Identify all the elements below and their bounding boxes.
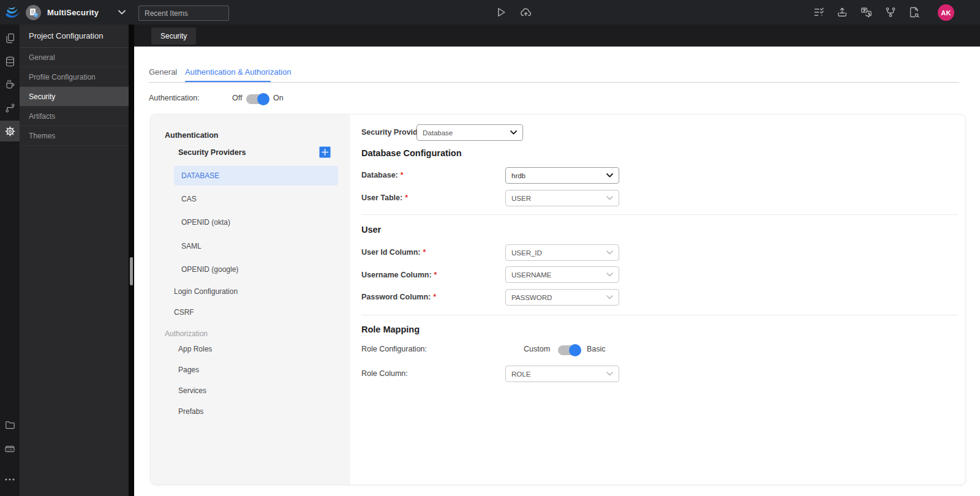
changelog-checklist-icon[interactable] xyxy=(812,5,826,20)
panel-scrollbar-thumb[interactable] xyxy=(130,257,133,285)
tree-item-pages[interactable]: Pages xyxy=(178,366,199,374)
toggle-knob xyxy=(569,344,581,356)
user-avatar[interactable]: AK xyxy=(938,4,954,21)
tree-section-authentication: Authentication xyxy=(165,131,219,140)
chevron-down-icon xyxy=(606,173,613,178)
chevron-down-icon xyxy=(606,295,613,299)
chevron-down-icon xyxy=(606,272,613,277)
project-configuration-panel: Project Configuration General Profile Co… xyxy=(20,24,129,496)
panel-scrollbar-track xyxy=(129,24,134,496)
required-asterisk: * xyxy=(423,248,426,257)
version-branch-icon[interactable] xyxy=(883,5,898,20)
java-services-icon[interactable] xyxy=(0,73,20,94)
app-logs-icon[interactable]: LOG xyxy=(0,438,20,459)
required-asterisk: * xyxy=(405,194,408,202)
deploy-cloud-upload-icon[interactable] xyxy=(518,5,533,20)
file-preview-icon[interactable] xyxy=(907,5,921,20)
tree-item-app-roles[interactable]: App Roles xyxy=(178,345,212,353)
sidebar-item-general[interactable]: General xyxy=(20,48,129,67)
chevron-down-icon xyxy=(606,196,613,200)
security-provider-select[interactable]: Database xyxy=(417,124,523,141)
section-divider xyxy=(361,214,958,215)
export-icon[interactable] xyxy=(835,5,850,20)
sidebar-item-themes[interactable]: Themes xyxy=(20,126,129,146)
security-provider-label: Security Provider xyxy=(361,128,425,137)
main-content: General Authentication & Authorization A… xyxy=(134,47,980,496)
authentication-toggle[interactable] xyxy=(246,94,268,104)
role-mapping-heading: Role Mapping xyxy=(361,325,420,334)
database-configuration-heading: Database Configuration xyxy=(361,148,462,158)
tree-item-login-configuration[interactable]: Login Configuration xyxy=(174,287,238,296)
required-asterisk: * xyxy=(434,271,437,279)
tabs-divider xyxy=(149,82,959,83)
role-configuration-toggle[interactable] xyxy=(558,345,580,355)
role-column-select[interactable]: ROLE xyxy=(505,366,619,382)
file-explorer-folder-icon[interactable] xyxy=(0,415,20,435)
run-preview-icon[interactable] xyxy=(494,5,508,20)
settings-gear-icon[interactable] xyxy=(0,121,20,141)
chevron-down-icon xyxy=(606,250,613,255)
sidebar-item-artifacts[interactable]: Artifacts xyxy=(20,107,129,126)
provider-item-openid-google[interactable]: OPENID (google) xyxy=(181,265,238,274)
wavemaker-logo-icon xyxy=(4,4,21,21)
required-asterisk: * xyxy=(433,293,436,301)
username-column-label: Username Column:* xyxy=(361,271,437,279)
tree-section-authorization: Authorization xyxy=(165,329,208,338)
tree-item-csrf[interactable]: CSRF xyxy=(174,308,194,317)
toggle-off-label: Off xyxy=(232,94,242,102)
top-bar: MultiSecurity xyxy=(0,0,980,24)
chevron-down-icon xyxy=(606,372,613,376)
panel-title: Project Configuration xyxy=(20,24,129,48)
tree-item-services[interactable]: Services xyxy=(178,386,206,395)
sidebar-item-security[interactable]: Security xyxy=(20,87,129,107)
role-toggle-custom-label: Custom xyxy=(524,345,550,353)
role-toggle-basic-label: Basic xyxy=(587,345,606,353)
password-column-select[interactable]: PASSWORD xyxy=(505,289,619,306)
add-provider-button[interactable] xyxy=(319,146,331,158)
security-config-card: Authentication Security Providers DATABA… xyxy=(150,114,966,485)
tree-item-security-providers[interactable]: Security Providers xyxy=(178,148,246,157)
role-configuration-label: Role Configuration: xyxy=(361,345,427,353)
user-table-select[interactable]: USER xyxy=(505,190,619,206)
more-options-icon[interactable] xyxy=(0,469,20,490)
provider-item-openid-okta[interactable]: OPENID (okta) xyxy=(181,218,230,227)
toggle-knob xyxy=(257,93,270,105)
database-select[interactable]: hrdb xyxy=(505,167,619,184)
chevron-down-icon[interactable] xyxy=(118,10,126,15)
section-divider xyxy=(361,315,958,315)
project-icon[interactable] xyxy=(26,5,41,20)
user-id-column-label: User Id Column:* xyxy=(361,248,426,257)
required-asterisk: * xyxy=(401,171,404,179)
user-id-column-select[interactable]: USER_ID xyxy=(505,244,619,261)
provider-item-cas[interactable]: CAS xyxy=(181,195,197,203)
left-icon-rail: LOG xyxy=(0,24,20,496)
chevron-down-icon xyxy=(510,130,517,135)
role-column-label: Role Column: xyxy=(361,369,408,378)
database-label: Database:* xyxy=(361,171,403,179)
provider-item-saml[interactable]: SAML xyxy=(181,242,202,250)
tree-item-prefabs[interactable]: Prefabs xyxy=(178,407,203,416)
pages-icon[interactable] xyxy=(0,28,20,48)
password-column-label: Password Column:* xyxy=(361,293,436,301)
tab-authentication-authorization[interactable]: Authentication & Authorization xyxy=(185,67,291,77)
provider-item-database[interactable]: DATABASE xyxy=(174,166,338,186)
user-table-label: User Table:* xyxy=(361,194,408,202)
editor-tab-bar: Security xyxy=(134,24,980,47)
api-designer-icon[interactable] xyxy=(0,97,20,118)
translate-icon[interactable] xyxy=(859,5,873,20)
database-icon[interactable] xyxy=(0,51,20,72)
tab-general[interactable]: General xyxy=(149,67,177,77)
recent-items-input[interactable] xyxy=(138,6,229,21)
user-heading: User xyxy=(361,225,381,235)
svg-text:LOG: LOG xyxy=(7,449,12,451)
authentication-toggle-label: Authentication: xyxy=(149,94,200,102)
username-column-select[interactable]: USERNAME xyxy=(505,266,619,283)
sidebar-item-profile-configuration[interactable]: Profile Configuration xyxy=(20,67,129,87)
project-name[interactable]: MultiSecurity xyxy=(47,8,99,17)
toggle-on-label: On xyxy=(273,94,284,102)
editor-tab-security[interactable]: Security xyxy=(151,28,196,45)
